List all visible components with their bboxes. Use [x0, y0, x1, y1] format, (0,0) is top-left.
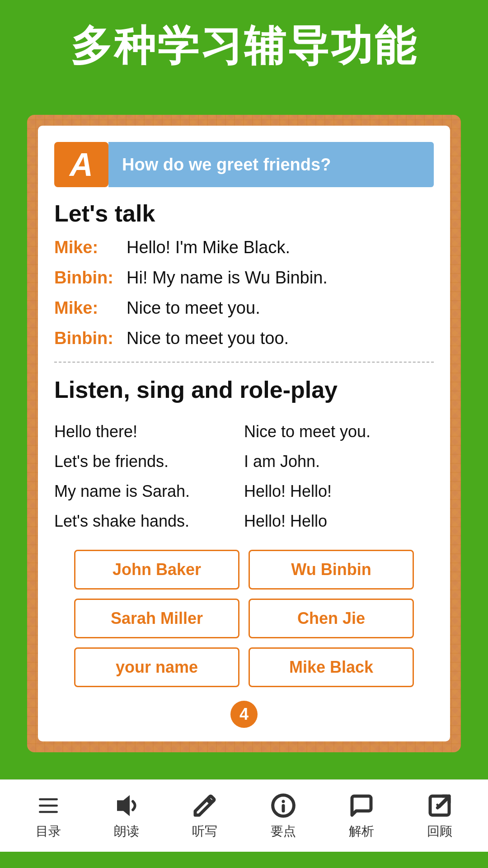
name-btn-wu-binbin[interactable]: Wu Binbin	[249, 550, 414, 590]
svg-rect-1	[39, 804, 58, 807]
name-btn-your-name[interactable]: your name	[74, 647, 239, 687]
lyric-col2-4: Hello! Hello	[244, 506, 434, 536]
lyric-col1-4: Let's shake hands.	[54, 506, 244, 536]
chat-icon	[348, 792, 375, 819]
lyric-col2-2: I am John.	[244, 447, 434, 476]
info-icon	[270, 792, 297, 819]
question-banner: How do we greet friends?	[108, 142, 434, 187]
section-a-header: A How do we greet friends?	[54, 142, 434, 187]
lyric-col2-3: Hello! Hello!	[244, 476, 434, 506]
menu-icon	[35, 792, 62, 819]
dialogue: Mike: Hello! I'm Mike Black. Binbin: Hi!…	[54, 238, 434, 348]
plaid-border: A How do we greet friends? Let's talk Mi…	[27, 115, 461, 752]
toolbar-label-keypoints: 要点	[271, 823, 296, 840]
toolbar-label-analysis: 解析	[349, 823, 374, 840]
toolbar-label-read: 朗读	[114, 823, 139, 840]
toolbar-item-dictation[interactable]: 听写	[191, 792, 218, 840]
name-btn-mike-black[interactable]: Mike Black	[249, 647, 414, 687]
speaker-binbin-2: Binbin:	[54, 329, 127, 348]
listen-title: Listen, sing and role-play	[54, 376, 434, 403]
toolbar-item-keypoints[interactable]: 要点	[270, 792, 297, 840]
speech-binbin-2: Nice to meet you too.	[127, 329, 289, 348]
speaker-icon	[113, 792, 140, 819]
toolbar-item-analysis[interactable]: 解析	[348, 792, 375, 840]
speech-binbin-1: Hi! My name is Wu Binbin.	[127, 268, 328, 288]
toolbar: 目录 朗读 听写 要点	[0, 779, 488, 852]
toolbar-label-review: 回顾	[427, 823, 452, 840]
name-buttons-grid: John Baker Wu Binbin Sarah Miller Chen J…	[74, 550, 414, 687]
lyric-col1-3: My name is Sarah.	[54, 476, 244, 506]
lyric-col1-1: Hello there!	[54, 417, 244, 447]
speech-mike-2: Nice to meet you.	[127, 298, 260, 318]
toolbar-item-review[interactable]: 回顾	[426, 792, 453, 840]
white-card: A How do we greet friends? Let's talk Mi…	[38, 126, 450, 741]
speech-mike-1: Hello! I'm Mike Black.	[127, 238, 290, 257]
name-btn-chen-jie[interactable]: Chen Jie	[249, 599, 414, 638]
dialogue-line-2: Binbin: Hi! My name is Wu Binbin.	[54, 268, 434, 288]
review-icon	[426, 792, 453, 819]
name-btn-john-baker[interactable]: John Baker	[74, 550, 239, 590]
toolbar-label-dictation: 听写	[192, 823, 217, 840]
speaker-binbin-1: Binbin:	[54, 268, 127, 288]
speaker-mike-1: Mike:	[54, 238, 127, 257]
dialogue-line-3: Mike: Nice to meet you.	[54, 298, 434, 318]
header-title: 多种学习辅导功能	[70, 23, 418, 69]
svg-rect-2	[39, 811, 58, 813]
book-outer: A How do we greet friends? Let's talk Mi…	[27, 115, 461, 752]
name-btn-sarah-miller[interactable]: Sarah Miller	[74, 599, 239, 638]
page-number-wrapper: 4	[38, 701, 450, 728]
lyric-col1-2: Let's be friends.	[54, 447, 244, 476]
toolbar-item-menu[interactable]: 目录	[35, 792, 62, 840]
speaker-mike-2: Mike:	[54, 298, 127, 318]
dialogue-line-1: Mike: Hello! I'm Mike Black.	[54, 238, 434, 257]
toolbar-item-read[interactable]: 朗读	[113, 792, 140, 840]
svg-rect-0	[39, 798, 58, 800]
a-badge: A	[54, 142, 108, 187]
svg-marker-3	[117, 795, 130, 816]
lets-talk-title: Let's talk	[54, 200, 434, 227]
page-number: 4	[230, 701, 258, 728]
lyric-col2-1: Nice to meet you.	[244, 417, 434, 447]
song-grid: Hello there! Nice to meet you. Let's be …	[54, 417, 434, 536]
section-divider	[54, 362, 434, 363]
toolbar-label-menu: 目录	[36, 823, 61, 840]
page-header: 多种学习辅导功能	[0, 0, 488, 88]
pencil-icon	[191, 792, 218, 819]
dialogue-line-4: Binbin: Nice to meet you too.	[54, 329, 434, 348]
